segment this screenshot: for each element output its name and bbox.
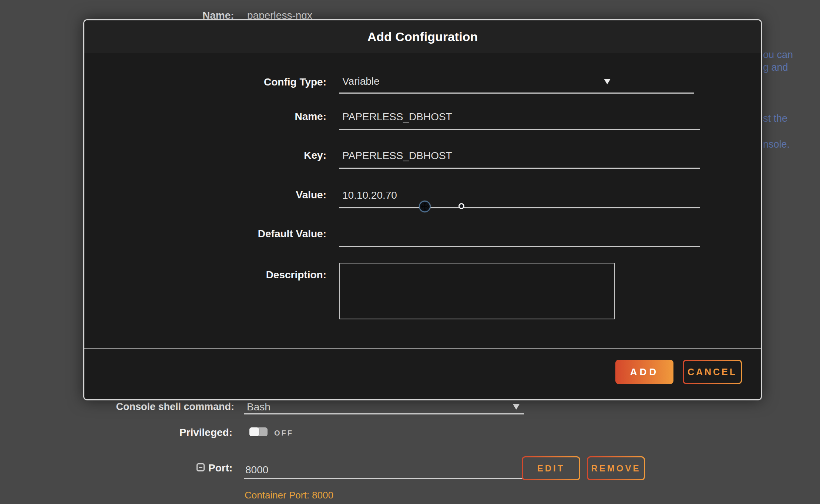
console-shell-select[interactable]: Bash [244, 400, 524, 414]
privileged-toggle[interactable] [249, 427, 268, 436]
add-button[interactable]: ADD [615, 360, 673, 384]
help-text-fragment: st the [763, 113, 787, 124]
name-label: Name: [107, 110, 326, 123]
chevron-down-icon [604, 79, 611, 84]
description-textarea[interactable] [339, 263, 615, 319]
cancel-button[interactable]: CANCEL [683, 360, 742, 384]
default-value-input[interactable] [339, 226, 700, 247]
move-cursor-icon [419, 200, 431, 213]
pointer-dot-icon [458, 203, 464, 209]
config-type-label: Config Type: [107, 76, 326, 88]
name-input[interactable] [339, 108, 700, 130]
description-label: Description: [107, 269, 326, 281]
edit-button-label: EDIT [523, 457, 579, 479]
port-input[interactable] [244, 462, 523, 479]
modal-header: Add Configuration [84, 20, 761, 53]
key-label: Key: [107, 149, 326, 162]
console-shell-label: Console shell command: [74, 401, 234, 413]
container-port-note: Container Port: 8000 [245, 490, 333, 501]
toggle-knob [249, 427, 259, 436]
help-text-fragment: ou can [763, 49, 793, 60]
footer-divider [84, 348, 761, 349]
key-input[interactable] [339, 147, 700, 169]
port-label: Port: [208, 462, 232, 474]
console-shell-value: Bash [247, 401, 270, 413]
help-text-fragment: g and [763, 62, 788, 73]
config-type-value: Variable [342, 75, 380, 87]
edit-button[interactable]: EDIT [522, 456, 580, 480]
add-configuration-modal: Add Configuration Config Type: Variable … [83, 19, 762, 400]
chevron-down-icon [513, 404, 520, 410]
collapse-minus-icon[interactable] [196, 463, 205, 471]
remove-button[interactable]: REMOVE [587, 456, 645, 480]
modal-title: Add Configuration [84, 20, 761, 53]
default-value-label: Default Value: [107, 228, 326, 240]
config-type-select[interactable]: Variable [339, 73, 694, 94]
cancel-button-label: CANCEL [684, 361, 741, 383]
help-text-fragment: nsole. [763, 139, 790, 150]
value-input[interactable] [339, 187, 700, 208]
remove-button-label: REMOVE [588, 457, 644, 479]
value-label: Value: [107, 189, 326, 201]
privileged-label: Privileged: [74, 427, 232, 439]
screen: Name: paperless-ngx ou can g and st the … [0, 0, 820, 504]
privileged-state-text: OFF [274, 429, 293, 437]
